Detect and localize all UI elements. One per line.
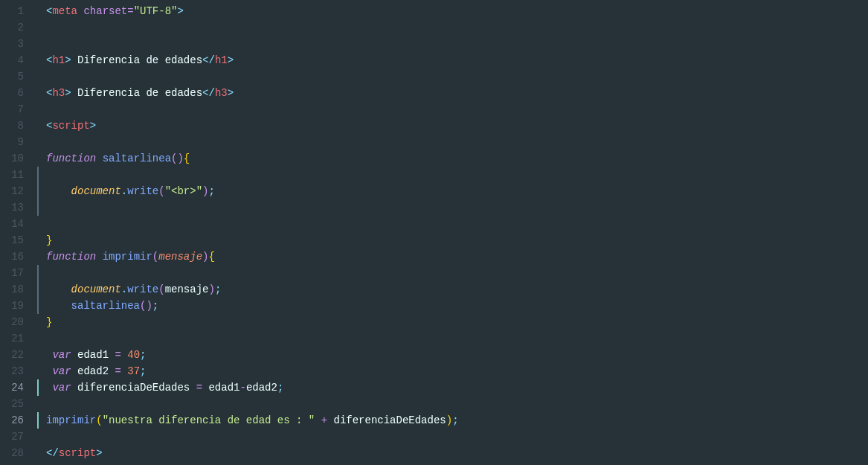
code-line[interactable]: </script> xyxy=(37,445,868,461)
token-punct: ; xyxy=(208,185,214,197)
line-number: 23 xyxy=(0,363,37,379)
token-string: "UTF-8" xyxy=(134,5,178,17)
token-method: write xyxy=(127,185,158,197)
code-line[interactable] xyxy=(37,36,868,52)
token-plain: edad2 xyxy=(246,382,277,394)
code-line[interactable]: <script> xyxy=(37,118,868,134)
token-paren-p: ( xyxy=(152,251,158,263)
token-plain: diferenciaDeEdades xyxy=(71,382,196,394)
token-tag-name: h1 xyxy=(52,54,65,66)
code-line[interactable]: saltarlinea(); xyxy=(37,298,868,314)
token-punct: </ xyxy=(202,87,215,99)
line-number: 15 xyxy=(0,232,37,248)
code-line[interactable] xyxy=(37,429,868,445)
token-op: = xyxy=(127,5,133,17)
token-punct: > xyxy=(90,120,96,132)
token-string: "nuestra diferencia de edad es : " xyxy=(103,414,315,426)
token-paren-p: () xyxy=(140,300,152,312)
line-number: 25 xyxy=(0,396,37,412)
line-number: 4 xyxy=(0,52,37,68)
code-line[interactable]: imprimir("nuestra diferencia de edad es … xyxy=(37,412,868,429)
code-editor[interactable]: <meta charset="UTF-8"><h1> Diferencia de… xyxy=(37,0,868,465)
line-number-gutter: 1234567891011121314151617181920212223242… xyxy=(0,0,37,465)
token-plain xyxy=(46,185,71,197)
line-number: 28 xyxy=(0,445,37,461)
code-line[interactable] xyxy=(37,265,868,281)
token-op: = xyxy=(196,382,202,394)
token-keyword: var xyxy=(52,349,71,361)
line-number: 14 xyxy=(0,216,37,232)
token-punct: ; xyxy=(277,382,283,394)
code-line[interactable] xyxy=(37,216,868,232)
line-number: 8 xyxy=(0,118,37,134)
code-line[interactable]: var edad1 = 40; xyxy=(37,347,868,363)
token-brace: { xyxy=(208,251,214,263)
token-op: + xyxy=(321,414,327,426)
line-number: 19 xyxy=(0,298,37,314)
token-keyword: var xyxy=(52,365,71,377)
code-line[interactable]: var edad2 = 37; xyxy=(37,363,868,379)
code-line[interactable] xyxy=(37,199,868,216)
token-punct: . xyxy=(121,283,127,295)
line-number: 12 xyxy=(0,183,37,199)
code-line[interactable]: var diferenciaDeEdades = edad1-edad2; xyxy=(37,379,868,396)
line-number: 2 xyxy=(0,19,37,36)
line-number: 3 xyxy=(0,36,37,52)
token-method: imprimir xyxy=(46,414,96,426)
token-plain: diferenciaDeEdades xyxy=(327,414,446,426)
token-op: = xyxy=(115,349,120,361)
code-line[interactable]: } xyxy=(37,314,868,330)
code-line[interactable] xyxy=(37,134,868,150)
line-number: 24 xyxy=(0,379,37,396)
code-line[interactable] xyxy=(37,68,868,85)
token-plain xyxy=(315,414,321,426)
token-obj: document xyxy=(71,283,121,295)
token-plain xyxy=(46,300,71,312)
token-brace: } xyxy=(46,234,52,246)
line-number: 18 xyxy=(0,281,37,298)
line-number: 9 xyxy=(0,134,37,150)
token-number: 40 xyxy=(127,349,140,361)
token-paren-p: ( xyxy=(158,283,164,295)
token-paren-p: () xyxy=(171,153,184,164)
line-number: 13 xyxy=(0,199,37,216)
token-keyword: function xyxy=(46,153,96,164)
token-punct: . xyxy=(121,185,127,197)
code-line[interactable] xyxy=(37,101,868,118)
code-line[interactable]: document.write(mensaje); xyxy=(37,281,868,298)
line-number: 7 xyxy=(0,101,37,118)
token-method: write xyxy=(127,283,158,295)
line-number: 21 xyxy=(0,330,37,347)
code-line[interactable]: <h3> Diferencia de edades</h3> xyxy=(37,85,868,101)
token-punct: ; xyxy=(140,365,146,377)
token-brace: ) xyxy=(446,414,452,426)
code-line[interactable]: function imprimir(mensaje){ xyxy=(37,248,868,265)
code-line[interactable]: <h1> Diferencia de edades</h1> xyxy=(37,52,868,68)
code-line[interactable]: function saltarlinea(){ xyxy=(37,150,868,167)
token-tag-name: script xyxy=(52,120,89,132)
token-plain: mensaje xyxy=(165,283,209,295)
line-number: 20 xyxy=(0,314,37,330)
token-plain: Diferencia de edades xyxy=(71,87,202,99)
token-punct: ; xyxy=(452,414,458,426)
code-line[interactable] xyxy=(37,167,868,183)
token-punct: ; xyxy=(140,349,146,361)
code-line[interactable]: <meta charset="UTF-8"> xyxy=(37,3,868,19)
line-number: 5 xyxy=(0,68,37,85)
token-paren-p: ) xyxy=(208,283,214,295)
code-line[interactable]: document.write("<br>"); xyxy=(37,183,868,199)
code-line[interactable] xyxy=(37,396,868,412)
token-punct: </ xyxy=(46,447,59,459)
line-number: 1 xyxy=(0,3,37,19)
token-punct: > xyxy=(65,87,71,99)
token-method: saltarlinea xyxy=(71,300,140,312)
line-number: 10 xyxy=(0,150,37,167)
token-string: "<br>" xyxy=(165,185,202,197)
code-line[interactable] xyxy=(37,330,868,347)
code-line[interactable]: } xyxy=(37,232,868,248)
line-number: 22 xyxy=(0,347,37,363)
token-punct: </ xyxy=(202,54,215,66)
token-punct: > xyxy=(177,5,183,17)
code-line[interactable] xyxy=(37,19,868,36)
token-plain: Diferencia de edades xyxy=(71,54,202,66)
